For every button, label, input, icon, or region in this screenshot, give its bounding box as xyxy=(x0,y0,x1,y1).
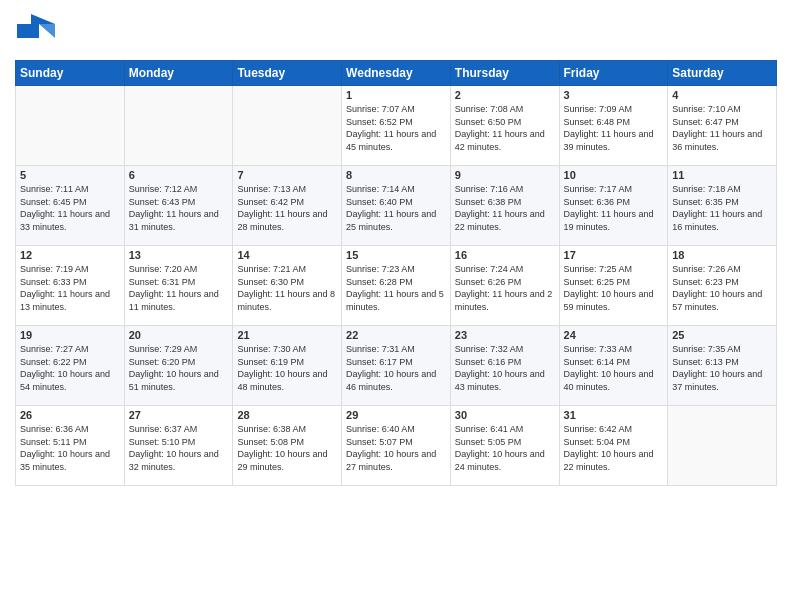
day-info: Sunrise: 6:38 AM Sunset: 5:08 PM Dayligh… xyxy=(237,423,337,473)
calendar-cell: 5Sunrise: 7:11 AM Sunset: 6:45 PM Daylig… xyxy=(16,166,125,246)
day-info: Sunrise: 7:17 AM Sunset: 6:36 PM Dayligh… xyxy=(564,183,664,233)
calendar-cell: 4Sunrise: 7:10 AM Sunset: 6:47 PM Daylig… xyxy=(668,86,777,166)
day-info: Sunrise: 7:21 AM Sunset: 6:30 PM Dayligh… xyxy=(237,263,337,313)
day-number: 15 xyxy=(346,249,446,261)
calendar-cell: 12Sunrise: 7:19 AM Sunset: 6:33 PM Dayli… xyxy=(16,246,125,326)
day-info: Sunrise: 7:07 AM Sunset: 6:52 PM Dayligh… xyxy=(346,103,446,153)
calendar-cell xyxy=(668,406,777,486)
day-number: 19 xyxy=(20,329,120,341)
day-number: 28 xyxy=(237,409,337,421)
day-number: 26 xyxy=(20,409,120,421)
weekday-header-sunday: Sunday xyxy=(16,61,125,86)
svg-marker-2 xyxy=(39,24,55,38)
logo xyxy=(15,10,59,54)
day-number: 16 xyxy=(455,249,555,261)
calendar-cell: 19Sunrise: 7:27 AM Sunset: 6:22 PM Dayli… xyxy=(16,326,125,406)
logo-icon xyxy=(15,10,59,54)
calendar-cell: 28Sunrise: 6:38 AM Sunset: 5:08 PM Dayli… xyxy=(233,406,342,486)
calendar-cell: 17Sunrise: 7:25 AM Sunset: 6:25 PM Dayli… xyxy=(559,246,668,326)
page: SundayMondayTuesdayWednesdayThursdayFrid… xyxy=(0,0,792,612)
day-number: 13 xyxy=(129,249,229,261)
calendar-cell: 7Sunrise: 7:13 AM Sunset: 6:42 PM Daylig… xyxy=(233,166,342,246)
day-number: 2 xyxy=(455,89,555,101)
calendar-cell: 8Sunrise: 7:14 AM Sunset: 6:40 PM Daylig… xyxy=(342,166,451,246)
calendar-cell: 15Sunrise: 7:23 AM Sunset: 6:28 PM Dayli… xyxy=(342,246,451,326)
day-info: Sunrise: 6:36 AM Sunset: 5:11 PM Dayligh… xyxy=(20,423,120,473)
calendar-cell: 3Sunrise: 7:09 AM Sunset: 6:48 PM Daylig… xyxy=(559,86,668,166)
day-info: Sunrise: 7:24 AM Sunset: 6:26 PM Dayligh… xyxy=(455,263,555,313)
day-info: Sunrise: 7:29 AM Sunset: 6:20 PM Dayligh… xyxy=(129,343,229,393)
calendar-cell: 14Sunrise: 7:21 AM Sunset: 6:30 PM Dayli… xyxy=(233,246,342,326)
calendar-cell: 10Sunrise: 7:17 AM Sunset: 6:36 PM Dayli… xyxy=(559,166,668,246)
svg-rect-0 xyxy=(17,24,39,38)
calendar-cell: 30Sunrise: 6:41 AM Sunset: 5:05 PM Dayli… xyxy=(450,406,559,486)
day-number: 5 xyxy=(20,169,120,181)
calendar-cell: 6Sunrise: 7:12 AM Sunset: 6:43 PM Daylig… xyxy=(124,166,233,246)
day-number: 3 xyxy=(564,89,664,101)
day-number: 27 xyxy=(129,409,229,421)
calendar-cell: 22Sunrise: 7:31 AM Sunset: 6:17 PM Dayli… xyxy=(342,326,451,406)
day-info: Sunrise: 7:13 AM Sunset: 6:42 PM Dayligh… xyxy=(237,183,337,233)
day-number: 8 xyxy=(346,169,446,181)
weekday-header-friday: Friday xyxy=(559,61,668,86)
day-info: Sunrise: 7:27 AM Sunset: 6:22 PM Dayligh… xyxy=(20,343,120,393)
day-info: Sunrise: 7:30 AM Sunset: 6:19 PM Dayligh… xyxy=(237,343,337,393)
calendar-week-row: 1Sunrise: 7:07 AM Sunset: 6:52 PM Daylig… xyxy=(16,86,777,166)
calendar-cell: 9Sunrise: 7:16 AM Sunset: 6:38 PM Daylig… xyxy=(450,166,559,246)
svg-marker-1 xyxy=(31,14,55,24)
day-number: 31 xyxy=(564,409,664,421)
day-number: 17 xyxy=(564,249,664,261)
day-number: 21 xyxy=(237,329,337,341)
day-number: 7 xyxy=(237,169,337,181)
day-number: 11 xyxy=(672,169,772,181)
calendar-cell: 11Sunrise: 7:18 AM Sunset: 6:35 PM Dayli… xyxy=(668,166,777,246)
day-info: Sunrise: 7:23 AM Sunset: 6:28 PM Dayligh… xyxy=(346,263,446,313)
day-number: 23 xyxy=(455,329,555,341)
day-info: Sunrise: 7:10 AM Sunset: 6:47 PM Dayligh… xyxy=(672,103,772,153)
day-number: 14 xyxy=(237,249,337,261)
calendar-cell: 31Sunrise: 6:42 AM Sunset: 5:04 PM Dayli… xyxy=(559,406,668,486)
weekday-header-wednesday: Wednesday xyxy=(342,61,451,86)
day-info: Sunrise: 7:12 AM Sunset: 6:43 PM Dayligh… xyxy=(129,183,229,233)
day-number: 18 xyxy=(672,249,772,261)
day-number: 4 xyxy=(672,89,772,101)
weekday-header-saturday: Saturday xyxy=(668,61,777,86)
day-number: 9 xyxy=(455,169,555,181)
day-info: Sunrise: 7:09 AM Sunset: 6:48 PM Dayligh… xyxy=(564,103,664,153)
calendar-cell: 16Sunrise: 7:24 AM Sunset: 6:26 PM Dayli… xyxy=(450,246,559,326)
day-number: 22 xyxy=(346,329,446,341)
day-info: Sunrise: 7:35 AM Sunset: 6:13 PM Dayligh… xyxy=(672,343,772,393)
day-info: Sunrise: 7:14 AM Sunset: 6:40 PM Dayligh… xyxy=(346,183,446,233)
day-info: Sunrise: 7:33 AM Sunset: 6:14 PM Dayligh… xyxy=(564,343,664,393)
calendar-cell: 25Sunrise: 7:35 AM Sunset: 6:13 PM Dayli… xyxy=(668,326,777,406)
calendar-cell xyxy=(233,86,342,166)
day-info: Sunrise: 6:40 AM Sunset: 5:07 PM Dayligh… xyxy=(346,423,446,473)
day-number: 20 xyxy=(129,329,229,341)
day-number: 24 xyxy=(564,329,664,341)
day-info: Sunrise: 7:20 AM Sunset: 6:31 PM Dayligh… xyxy=(129,263,229,313)
day-number: 30 xyxy=(455,409,555,421)
calendar-cell xyxy=(124,86,233,166)
calendar-week-row: 19Sunrise: 7:27 AM Sunset: 6:22 PM Dayli… xyxy=(16,326,777,406)
day-info: Sunrise: 7:11 AM Sunset: 6:45 PM Dayligh… xyxy=(20,183,120,233)
day-info: Sunrise: 7:32 AM Sunset: 6:16 PM Dayligh… xyxy=(455,343,555,393)
day-number: 10 xyxy=(564,169,664,181)
calendar-cell xyxy=(16,86,125,166)
calendar-week-row: 5Sunrise: 7:11 AM Sunset: 6:45 PM Daylig… xyxy=(16,166,777,246)
day-info: Sunrise: 7:31 AM Sunset: 6:17 PM Dayligh… xyxy=(346,343,446,393)
day-info: Sunrise: 7:25 AM Sunset: 6:25 PM Dayligh… xyxy=(564,263,664,313)
day-info: Sunrise: 7:18 AM Sunset: 6:35 PM Dayligh… xyxy=(672,183,772,233)
calendar-cell: 21Sunrise: 7:30 AM Sunset: 6:19 PM Dayli… xyxy=(233,326,342,406)
calendar-cell: 13Sunrise: 7:20 AM Sunset: 6:31 PM Dayli… xyxy=(124,246,233,326)
calendar-cell: 20Sunrise: 7:29 AM Sunset: 6:20 PM Dayli… xyxy=(124,326,233,406)
weekday-header-monday: Monday xyxy=(124,61,233,86)
calendar-cell: 1Sunrise: 7:07 AM Sunset: 6:52 PM Daylig… xyxy=(342,86,451,166)
day-info: Sunrise: 7:19 AM Sunset: 6:33 PM Dayligh… xyxy=(20,263,120,313)
weekday-header-tuesday: Tuesday xyxy=(233,61,342,86)
calendar-cell: 2Sunrise: 7:08 AM Sunset: 6:50 PM Daylig… xyxy=(450,86,559,166)
weekday-header-thursday: Thursday xyxy=(450,61,559,86)
calendar-cell: 29Sunrise: 6:40 AM Sunset: 5:07 PM Dayli… xyxy=(342,406,451,486)
day-number: 12 xyxy=(20,249,120,261)
calendar-cell: 18Sunrise: 7:26 AM Sunset: 6:23 PM Dayli… xyxy=(668,246,777,326)
calendar-cell: 24Sunrise: 7:33 AM Sunset: 6:14 PM Dayli… xyxy=(559,326,668,406)
